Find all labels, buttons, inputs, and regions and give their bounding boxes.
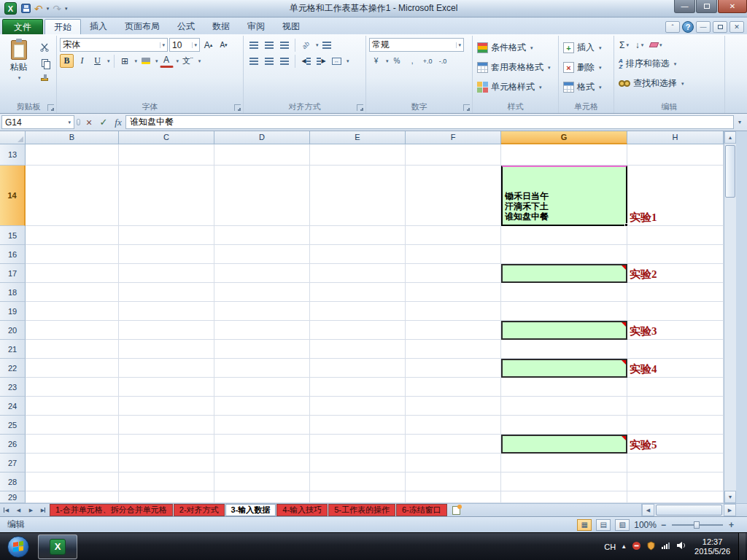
cell-H21[interactable] (627, 340, 724, 359)
cell-C28[interactable] (119, 472, 214, 491)
sheet-tab-1[interactable]: 1-合并单元格、拆分合并单元格 (50, 504, 173, 516)
cell-G20[interactable] (501, 321, 627, 340)
cell-F29[interactable] (406, 491, 501, 503)
clipboard-dialog-launcher[interactable] (47, 104, 54, 111)
borders-button[interactable]: ⊞ (118, 54, 132, 68)
last-sheet-button[interactable]: ▶ (37, 504, 50, 516)
sheet-tab-4[interactable]: 4-输入技巧 (276, 504, 328, 516)
cell-G27[interactable] (501, 454, 627, 472)
cell-E21[interactable] (310, 340, 406, 359)
formula-input[interactable]: 谁知盘中餐 (125, 115, 734, 129)
conditional-formatting-button[interactable]: 条件格式▾ (476, 38, 555, 58)
row-header-27[interactable]: 27 (0, 454, 26, 472)
zoom-slider[interactable] (672, 524, 723, 526)
ribbon-tab-数据[interactable]: 数据 (204, 19, 239, 34)
cell-H26[interactable]: 实验5 (627, 435, 724, 454)
maximize-button[interactable] (696, 0, 717, 13)
help-icon[interactable]: ? (682, 21, 694, 33)
orientation-button[interactable]: ab (299, 38, 313, 52)
close-button[interactable]: ✕ (718, 0, 747, 13)
zoom-level[interactable]: 100% (634, 520, 657, 530)
insert-worksheet-button[interactable] (448, 504, 465, 516)
cell-H25[interactable] (627, 416, 724, 435)
cell-E15[interactable] (310, 226, 406, 245)
view-page-layout-button[interactable]: ▤ (596, 519, 611, 531)
save-icon[interactable] (21, 4, 31, 13)
file-tab[interactable]: 文件 (2, 19, 43, 34)
merge-dropdown-icon[interactable]: ▾ (347, 58, 349, 64)
cell-H17[interactable]: 实验2 (627, 264, 724, 283)
tray-hidden-icons-icon[interactable]: ▲ (621, 543, 627, 550)
cancel-entry-button[interactable]: × (82, 115, 96, 129)
cell-D18[interactable] (214, 283, 310, 302)
font-color-button[interactable]: A (160, 54, 174, 68)
cell-H19[interactable] (627, 302, 724, 321)
shrink-font-button[interactable]: A▾ (217, 38, 231, 52)
align-right-button[interactable] (277, 54, 291, 68)
cell-G15[interactable] (501, 226, 627, 245)
cell-E25[interactable] (310, 416, 406, 435)
row-header-19[interactable]: 19 (0, 302, 26, 321)
confirm-entry-button[interactable]: ✓ (96, 115, 111, 129)
format-painter-button[interactable] (36, 72, 53, 86)
workbook-restore-button[interactable] (713, 21, 727, 33)
ribbon-collapse-icon[interactable]: ˆ (665, 21, 680, 33)
cell-F25[interactable] (406, 416, 501, 435)
sheet-tab-3[interactable]: 3-输入数据 (225, 504, 276, 516)
bold-button[interactable]: B (60, 54, 74, 68)
cell-D26[interactable] (214, 435, 310, 454)
cell-B28[interactable] (26, 472, 119, 491)
cell-E14[interactable] (310, 166, 406, 226)
cell-D17[interactable] (214, 264, 310, 283)
cell-H28[interactable] (627, 472, 724, 491)
column-header-F[interactable]: F (406, 131, 501, 144)
row-header-18[interactable]: 18 (0, 283, 26, 302)
cell-B18[interactable] (26, 283, 119, 302)
cell-G25[interactable] (501, 416, 627, 435)
percent-style-button[interactable]: % (390, 54, 404, 68)
font-dialog-launcher[interactable] (234, 104, 241, 111)
sort-filter-button[interactable]: AZ 排序和筛选▾ (617, 54, 721, 74)
excel-app-icon[interactable]: X (4, 2, 17, 15)
cell-H22[interactable]: 实验4 (627, 359, 724, 378)
first-sheet-button[interactable]: ◀ (0, 504, 12, 516)
cell-H18[interactable] (627, 283, 724, 302)
tray-clock[interactable]: 12:37 2015/5/26 (692, 537, 733, 556)
name-box[interactable]: G14▾ (1, 115, 74, 129)
cell-C15[interactable] (119, 226, 214, 245)
prev-sheet-button[interactable]: ◀ (12, 504, 25, 516)
align-center-button[interactable] (262, 54, 276, 68)
ribbon-tab-插入[interactable]: 插入 (81, 19, 116, 34)
cut-button[interactable] (36, 40, 53, 54)
cell-F24[interactable] (406, 397, 501, 416)
cell-D20[interactable] (214, 321, 310, 340)
ribbon-tab-审阅[interactable]: 审阅 (239, 19, 274, 34)
cell-E19[interactable] (310, 302, 406, 321)
cell-H15[interactable] (627, 226, 724, 245)
cell-D23[interactable] (214, 378, 310, 397)
row-header-23[interactable]: 23 (0, 378, 26, 397)
cell-F27[interactable] (406, 454, 501, 472)
zoom-slider-thumb[interactable] (694, 521, 700, 529)
cell-B21[interactable] (26, 340, 119, 359)
autosum-button[interactable]: Σ▾ (617, 38, 631, 52)
number-format-select[interactable]: 常规▾ (369, 38, 464, 52)
merge-center-button[interactable]: ↔ (330, 54, 344, 68)
borders-dropdown-icon[interactable]: ▾ (135, 58, 138, 64)
cell-C27[interactable] (119, 454, 214, 472)
row-header-16[interactable]: 16 (0, 245, 26, 264)
cell-B22[interactable] (26, 359, 119, 378)
wrap-text-button[interactable] (320, 38, 334, 52)
cell-H13[interactable] (627, 144, 724, 166)
tray-security-icon[interactable] (632, 541, 641, 553)
view-page-break-button[interactable]: ▧ (615, 519, 630, 531)
cell-E23[interactable] (310, 378, 406, 397)
align-top-button[interactable] (247, 38, 260, 52)
cell-G17[interactable] (501, 264, 627, 283)
undo-icon[interactable]: ↶ (34, 4, 43, 14)
fill-color-button[interactable] (139, 54, 152, 68)
cell-F16[interactable] (406, 245, 501, 264)
column-header-H[interactable]: H (627, 131, 724, 144)
cell-F13[interactable] (406, 144, 501, 166)
fill-color-dropdown-icon[interactable]: ▾ (155, 58, 158, 64)
